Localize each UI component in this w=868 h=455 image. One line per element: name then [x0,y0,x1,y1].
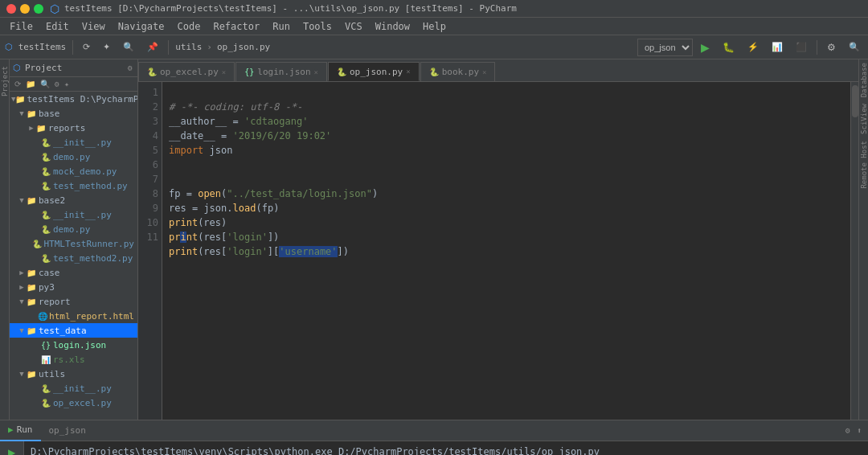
bottom-pin-btn[interactable]: ⬆ [855,425,863,436]
tab-op-excel[interactable]: 🐍 op_excel.py × [138,62,235,81]
menu-view[interactable]: View [76,19,112,34]
icon-init3: 🐍 [40,384,51,393]
icon-tm2: 🐍 [40,254,51,263]
debug-button[interactable]: 🐛 [718,39,739,56]
proj-toolbar-btn2[interactable]: 📁 [24,79,37,89]
tree-test-data[interactable]: ▼ 📁 test_data [10,323,137,338]
tree-htmltestrunner[interactable]: 🐍 HTMLTestRunner.py [10,236,137,251]
menu-vcs[interactable]: VCS [338,19,369,34]
maximize-btn[interactable] [34,4,43,14]
menu-navigate[interactable]: Navigate [112,19,171,34]
tree-demo-py[interactable]: 🐍 demo.py [10,150,137,164]
toolbar-utils-label: utils [174,42,203,52]
tree-py3[interactable]: ▶ 📁 py3 [10,280,137,294]
tab-close-book[interactable]: × [482,68,486,76]
toolbar-config-btn[interactable]: ✦ [98,39,115,56]
tree-login-json[interactable]: {} login.json [10,338,137,352]
code-editor[interactable]: 12345 678910 11 # -*- coding: utf-8 -*- … [138,82,858,420]
tab-close-login[interactable]: × [314,68,318,76]
tree-test-method2[interactable]: 🐍 test_method2.py [10,251,137,265]
bottom-tab-run[interactable]: ▶ Run [0,420,41,441]
proj-toolbar-btn1[interactable]: ⟳ [13,79,23,89]
menu-run[interactable]: Run [266,19,297,34]
proj-toolbar-btn3[interactable]: 🔍 [39,79,51,89]
editor-scrollbar[interactable] [850,82,858,420]
tree-init3[interactable]: 🐍 __init__.py [10,381,137,396]
right-tab-database[interactable]: Database [859,59,868,100]
project-settings-btn[interactable]: ⚙ [126,63,134,73]
tab-book[interactable]: 🐍 book.py × [420,62,496,81]
menu-edit[interactable]: Edit [39,19,76,34]
left-tab-project[interactable]: Project [0,63,10,100]
bottom-tab-controls: ⚙ ⬆ [844,425,868,436]
stop-btn[interactable]: ⬛ [791,39,812,56]
run-button[interactable]: ▶ [696,39,714,56]
right-tab-sciview[interactable]: SciView [859,100,868,137]
run-config-select[interactable]: op_json [637,39,693,56]
tab-label-login: login.json [257,67,310,77]
run-tab-icon: ▶ [8,424,14,435]
menu-code[interactable]: Code [171,19,207,34]
run-with-coverage-btn[interactable]: ⚡ [743,39,764,56]
arrow-test-data: ▼ [18,326,26,334]
proj-toolbar-btn5[interactable]: ✦ [63,79,71,89]
project-toolbar: ⟳ 📁 🔍 ⚙ ✦ [10,77,137,92]
right-tab-remote[interactable]: Remote Host [859,137,868,192]
run-sidebar: ▶ ⬛ 📜 🔍 ✕ [0,441,24,455]
tree-root[interactable]: ▼ 📁 testItems D:\PycharmProjects [10,92,137,106]
menu-window[interactable]: Window [369,19,416,34]
minimize-btn[interactable] [20,4,30,14]
tab-close-op-excel[interactable]: × [222,68,226,76]
tree-utils[interactable]: ▼ 📁 utils [10,367,137,381]
profile-btn[interactable]: 📊 [767,39,788,56]
tree-test-method[interactable]: 🐍 test_method.py [10,178,137,193]
search-everywhere-btn[interactable]: 🔍 [844,39,865,56]
toolbar-sync-btn[interactable]: ⟳ [78,39,95,56]
code-content[interactable]: # -*- coding: utf-8 -*- __author__ = 'cd… [162,82,850,420]
tab-op-json[interactable]: 🐍 op_json.py × [328,62,420,81]
tree-html-report[interactable]: 🌐 html_report.html [10,309,137,323]
toolbar-project-label: ⬡ testItems [3,42,68,52]
opjson-tab-label: op_json [49,425,86,436]
run-rerun-btn[interactable]: ▶ [4,445,20,455]
tree-reports[interactable]: ▶ 📁 reports [10,121,137,135]
close-btn[interactable] [6,4,16,14]
tree-mock-demo[interactable]: 🐍 mock_demo.py [10,164,137,178]
tree-rs-xls[interactable]: 📊 rs.xls [10,352,137,367]
bottom-settings-btn[interactable]: ⚙ [844,425,852,436]
label-report: report [39,297,71,307]
bottom-tab-opjson[interactable]: op_json [41,420,94,441]
main-layout: Project ⬡ Project ⚙ ⟳ 📁 🔍 ⚙ ✦ ▼ 📁 testIt… [0,59,868,420]
tree-init-py[interactable]: 🐍 __init__.py [10,135,137,150]
tab-login-json[interactable]: {} login.json × [235,62,327,81]
icon-base2: 📁 [26,196,37,205]
tab-label-book: book.py [442,67,479,77]
menu-tools[interactable]: Tools [297,19,338,34]
tree-op-excel[interactable]: 🐍 op_excel.py [10,396,137,410]
arrow-base: ▼ [18,109,26,117]
settings-btn[interactable]: ⚙ [822,39,841,56]
menu-file[interactable]: File [3,19,39,34]
tab-close-op-json[interactable]: × [406,68,410,76]
bottom-content: ▶ ⬛ 📜 🔍 ✕ D:\PycharmProjects\testItems\v… [0,441,868,455]
tree-init2[interactable]: 🐍 __init__.py [10,207,137,222]
titlebar: ⬡ testItems [D:\PycharmProjects\testItem… [0,0,868,18]
icon-reports: 📁 [35,124,47,133]
tree-case[interactable]: ▶ 📁 case [10,265,137,280]
tree-base[interactable]: ▼ 📁 base [10,106,137,121]
scrollbar-thumb[interactable] [852,85,858,117]
icon-utils: 📁 [26,370,37,379]
tree-report[interactable]: ▼ 📁 report [10,294,137,309]
label-mock: mock_demo.py [53,166,117,177]
run-command: D:\PycharmProjects\testItems\venv\Script… [31,445,862,455]
menu-refactor[interactable]: Refactor [207,19,266,34]
project-panel: ⬡ Project ⚙ ⟳ 📁 🔍 ⚙ ✦ ▼ 📁 testItems D:\P… [10,59,138,420]
menu-help[interactable]: Help [416,19,452,34]
toolbar-search-btn[interactable]: 🔍 [118,39,139,56]
tree-base2[interactable]: ▼ 📁 base2 [10,193,137,207]
right-panel: Database SciView Remote Host [858,59,868,420]
tree-demo2[interactable]: 🐍 demo.py [10,222,137,236]
toolbar-pin-btn[interactable]: 📌 [142,39,163,56]
proj-toolbar-btn4[interactable]: ⚙ [53,79,61,89]
run-tab-label: Run [17,424,33,435]
